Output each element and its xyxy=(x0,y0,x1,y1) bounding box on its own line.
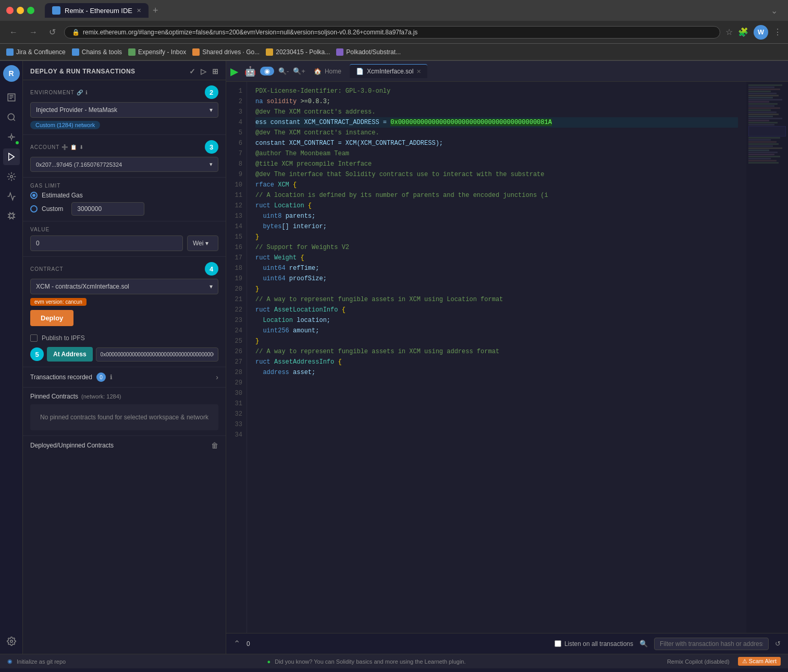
pinned-label: Pinned Contracts xyxy=(30,393,78,400)
custom-gas-radio[interactable] xyxy=(30,205,38,213)
gas-custom-label: Custom xyxy=(42,205,63,213)
git-status-label[interactable]: Initialize as git repo xyxy=(17,658,66,665)
estimated-gas-radio[interactable] xyxy=(30,192,38,199)
bookmark-expensify[interactable]: Expensify - Inbox xyxy=(128,48,186,56)
robot-icon[interactable]: 🤖 xyxy=(244,66,256,77)
sidebar-item-debugger[interactable] xyxy=(3,168,20,185)
tab-home[interactable]: 🏠 Home xyxy=(307,65,348,78)
browser-menu-icon[interactable]: ⌄ xyxy=(771,6,778,16)
gas-estimated-label: Estimated Gas xyxy=(42,192,83,199)
at-address-button[interactable]: At Address xyxy=(47,347,93,362)
value-unit-select[interactable]: Wei ▾ xyxy=(187,235,218,251)
svg-point-2 xyxy=(10,136,13,139)
back-button[interactable]: ← xyxy=(6,27,21,38)
filter-clear-icon[interactable]: ↺ xyxy=(775,640,781,648)
environment-value: Injected Provider - MetaMask xyxy=(36,106,117,114)
account-add-icon[interactable]: ➕ xyxy=(61,144,68,150)
play-icon[interactable]: ▷ xyxy=(201,67,207,76)
account-copy-icon[interactable]: 📋 xyxy=(70,144,77,150)
transaction-count: 0 xyxy=(247,640,250,648)
tab-close-icon[interactable]: ✕ xyxy=(137,7,141,14)
contract-select[interactable]: XCM - contracts/XcmInterface.sol ▾ xyxy=(30,279,218,294)
value-row: Wei ▾ xyxy=(30,235,218,251)
tip-dot-icon: ● xyxy=(267,658,271,665)
sidebar-item-analytics[interactable] xyxy=(3,188,20,205)
svg-point-0 xyxy=(8,114,14,120)
sidebar-item-git[interactable] xyxy=(3,129,20,145)
expand-icon[interactable]: ⊞ xyxy=(212,67,219,76)
toggle-icon[interactable]: ◉ xyxy=(260,67,274,76)
publish-ipfs-checkbox[interactable] xyxy=(30,334,38,342)
active-tab[interactable]: Remix - Ethereum IDE ✕ xyxy=(45,3,149,18)
unit-value: Wei xyxy=(193,240,203,247)
env-help-icon[interactable]: ℹ xyxy=(85,90,88,95)
remix-logo[interactable]: R xyxy=(3,65,20,82)
scam-alert-badge[interactable]: ⚠ Scam Alert xyxy=(738,657,781,666)
forward-button[interactable]: → xyxy=(26,27,41,38)
reload-button[interactable]: ↺ xyxy=(46,26,59,38)
value-input[interactable] xyxy=(30,235,183,251)
contract-section: CONTRACT 4 XCM - contracts/XcmInterface.… xyxy=(23,257,226,367)
bookmark-star-icon[interactable]: ☆ xyxy=(725,27,733,37)
bookmark-shared-drives[interactable]: Shared drives · Go... xyxy=(192,48,260,56)
env-info-icon[interactable]: 🔗 xyxy=(77,90,83,95)
run-button[interactable]: ▶ xyxy=(230,65,238,78)
gas-estimated-option[interactable]: Estimated Gas xyxy=(30,192,218,199)
environment-label: ENVIRONMENT 🔗 ℹ 2 xyxy=(30,85,218,99)
deploy-header: DEPLOY & RUN TRANSACTIONS ✓ ▷ ⊞ xyxy=(23,61,226,80)
expand-transactions-icon[interactable]: ⌃ xyxy=(233,639,240,649)
sidebar-item-settings[interactable] xyxy=(3,633,20,650)
header-icons: ✓ ▷ ⊞ xyxy=(189,67,219,76)
chevron-down-icon: ▾ xyxy=(210,106,213,114)
bookmark-polkadot[interactable]: Polkadot/Substrat... xyxy=(336,48,401,56)
url-input[interactable]: 🔒 remix.ethereum.org/#lang=en&optimize=f… xyxy=(64,26,720,39)
maximize-button[interactable] xyxy=(27,7,34,14)
environment-select[interactable]: Injected Provider - MetaMask ▾ xyxy=(30,102,218,118)
gas-custom-input[interactable] xyxy=(71,202,144,216)
account-download-icon[interactable]: ⬇ xyxy=(79,144,84,150)
copilot-label[interactable]: Remix Copilot (disabled) xyxy=(667,658,730,665)
listen-label: Listen on all transactions xyxy=(564,640,633,648)
status-tip: Did you know? You can Solidity basics an… xyxy=(275,658,465,665)
svg-point-8 xyxy=(10,176,13,178)
sidebar-item-files[interactable] xyxy=(3,89,20,106)
sidebar-item-search[interactable] xyxy=(3,109,20,126)
code-content[interactable]: PDX-License-Identifier: GPL-3.0-only na … xyxy=(247,82,746,633)
line-numbers: 12345 678910 1112131415 1617181920 21222… xyxy=(226,82,247,633)
transactions-recorded-row[interactable]: Transactions recorded 0 ℹ › xyxy=(23,367,226,388)
value-label: VALUE xyxy=(30,227,218,232)
at-address-input[interactable] xyxy=(96,347,218,362)
check-icon[interactable]: ✓ xyxy=(189,67,196,76)
bookmark-chains[interactable]: Chains & tools xyxy=(72,48,122,56)
txn-info-icon[interactable]: ℹ xyxy=(110,374,113,381)
tab-xcminterface[interactable]: 📄 XcmInterface.sol ✕ xyxy=(350,64,427,78)
filter-input[interactable] xyxy=(654,638,769,650)
close-button[interactable] xyxy=(6,7,14,14)
sidebar-item-plugins[interactable] xyxy=(3,208,20,225)
zoom-out-icon[interactable]: 🔍- xyxy=(278,67,289,75)
zoom-in-icon[interactable]: 🔍+ xyxy=(293,67,305,75)
extensions-icon[interactable]: 🧩 xyxy=(738,27,748,37)
tab-close-icon[interactable]: ✕ xyxy=(416,68,421,75)
bookmark-polka[interactable]: 20230415 - Polka... xyxy=(266,48,330,56)
warning-icon: ⚠ xyxy=(742,658,749,664)
deploy-button[interactable]: Deploy xyxy=(30,310,73,326)
url-text: remix.ethereum.org/#lang=en&optimize=fal… xyxy=(83,29,417,36)
editor-area: ▶ 🤖 ◉ 🔍- 🔍+ 🏠 Home 📄 XcmInterface.sol ✕ … xyxy=(226,61,788,654)
bookmark-jira[interactable]: Jira & Confluence xyxy=(6,48,66,56)
listen-checkbox[interactable] xyxy=(555,640,561,647)
home-tab-label: Home xyxy=(325,68,341,75)
gas-custom-option[interactable]: Custom xyxy=(30,205,63,213)
deployed-label: Deployed/Unpinned Contracts xyxy=(30,442,114,449)
browser-menu-dots[interactable]: ⋮ xyxy=(773,27,782,37)
sidebar-item-deploy[interactable] xyxy=(3,148,20,165)
polkadot-favicon xyxy=(336,48,343,56)
new-tab-button[interactable]: + xyxy=(153,5,158,16)
delete-icon[interactable]: 🗑 xyxy=(211,441,218,450)
user-avatar[interactable]: W xyxy=(754,25,768,40)
account-select[interactable]: 0x207...97d45 (7.1650767725324 ▾ xyxy=(30,157,218,172)
transaction-bar: ⌃ 0 Listen on all transactions 🔍 ↺ xyxy=(226,633,788,654)
publish-row: Publish to IPFS xyxy=(30,334,218,342)
minimize-button[interactable] xyxy=(17,7,24,14)
deploy-title: DEPLOY & RUN TRANSACTIONS ✓ ▷ ⊞ xyxy=(30,67,218,76)
